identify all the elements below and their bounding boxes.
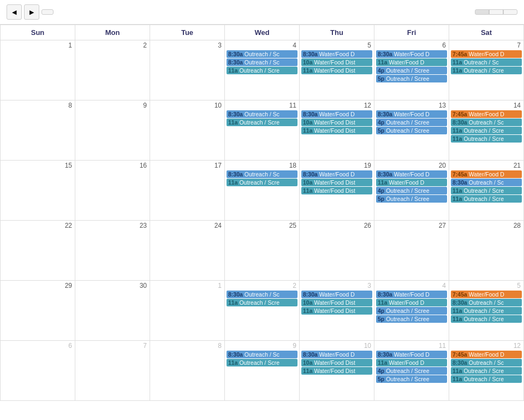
calendar-day-cell[interactable]: 28:30a Outreach / Sc11a Outreach / Scre — [225, 281, 300, 341]
calendar-day-cell[interactable]: 48:30a Water/Food D11a Water/Food D4p Ou… — [374, 281, 449, 341]
calendar-day-cell[interactable]: 118:30a Outreach / Sc11a Outreach / Scre — [225, 100, 300, 161]
today-button[interactable] — [41, 9, 53, 15]
calendar-event[interactable]: 8:30a Outreach / Sc — [451, 119, 522, 126]
calendar-day-cell[interactable]: 128:30a Water/Food D10a Water/Food Dist1… — [300, 100, 374, 161]
calendar-event[interactable]: 8:30a Water/Food D — [301, 351, 372, 358]
calendar-event[interactable]: 7:45a Water/Food D — [451, 351, 522, 358]
calendar-event[interactable]: 11a Outreach / Scre — [451, 315, 522, 323]
calendar-event[interactable]: 11a Water/Food Dist — [301, 67, 372, 74]
calendar-event[interactable]: 11a Outreach / Scre — [227, 67, 297, 74]
calendar-event[interactable]: 11a Outreach / Scre — [451, 67, 522, 74]
calendar-day-cell[interactable]: 29 — [1, 281, 75, 341]
view-week-button[interactable] — [489, 9, 503, 15]
calendar-event[interactable]: 8:30a Outreach / Sc — [451, 359, 522, 366]
calendar-event[interactable]: 10a Water/Food Dist — [301, 119, 372, 126]
calendar-event[interactable]: 5p Outreach / Scree — [376, 315, 447, 323]
calendar-day-cell[interactable]: 127:45a Water/Food D8:30a Outreach / Sc1… — [449, 341, 524, 401]
calendar-day-cell[interactable]: 22 — [1, 221, 75, 281]
calendar-event[interactable]: 10a Water/Food Dist — [301, 299, 372, 306]
calendar-event[interactable]: 11a Water/Food D — [376, 359, 447, 366]
calendar-event[interactable]: 11a Outreach / Sc — [451, 58, 522, 66]
calendar-day-cell[interactable]: 25 — [225, 221, 300, 281]
calendar-event[interactable]: 7:45a Water/Food D — [451, 291, 522, 298]
calendar-day-cell[interactable]: 217:45a Water/Food D8:30a Outreach / Sc1… — [449, 161, 524, 221]
calendar-event[interactable]: 11a Outreach / Scre — [451, 127, 522, 134]
calendar-day-cell[interactable]: 26 — [300, 221, 374, 281]
calendar-event[interactable]: 8:30a Outreach / Sc — [227, 50, 297, 58]
calendar-event[interactable]: 11a Water/Food Dist — [301, 127, 372, 134]
calendar-event[interactable]: 8:30a Outreach / Sc — [451, 179, 522, 186]
calendar-day-cell[interactable]: 28 — [449, 221, 524, 281]
calendar-event[interactable]: 5p Outreach / Scree — [376, 75, 447, 82]
view-month-button[interactable] — [475, 9, 489, 15]
calendar-event[interactable]: 10a Water/Food Dist — [301, 359, 372, 366]
calendar-day-cell[interactable]: 2 — [75, 40, 150, 100]
calendar-event[interactable]: 5p Outreach / Scree — [376, 195, 447, 203]
calendar-day-cell[interactable]: 98:30a Outreach / Sc11a Outreach / Scre — [225, 341, 300, 401]
calendar-day-cell[interactable]: 147:45a Water/Food D8:30a Outreach / Sc1… — [449, 100, 524, 161]
calendar-day-cell[interactable]: 23 — [75, 221, 150, 281]
calendar-day-cell[interactable]: 27 — [374, 221, 449, 281]
calendar-event[interactable]: 11a Outreach / Scre — [451, 195, 522, 203]
calendar-event[interactable]: 7:45a Water/Food D — [451, 170, 522, 178]
calendar-event[interactable]: 4p Outreach / Scree — [376, 187, 447, 194]
calendar-event[interactable]: 7:45a Water/Food D — [451, 50, 522, 58]
calendar-day-cell[interactable]: 77:45a Water/Food D11a Outreach / Sc11a … — [449, 40, 524, 100]
calendar-event[interactable]: 4p Outreach / Scree — [376, 67, 447, 74]
calendar-event[interactable]: 8:30a Water/Food D — [301, 50, 372, 58]
calendar-day-cell[interactable]: 16 — [75, 161, 150, 221]
calendar-event[interactable]: 8:30a Outreach / Sc — [227, 58, 297, 66]
calendar-event[interactable]: 11a Outreach / Scre — [451, 135, 522, 143]
calendar-event[interactable]: 11a Water/Food D — [376, 58, 447, 66]
calendar-day-cell[interactable]: 17 — [150, 161, 225, 221]
calendar-event[interactable]: 8:30a Outreach / Sc — [227, 170, 297, 178]
calendar-event[interactable]: 8:30a Water/Food D — [301, 170, 372, 178]
calendar-day-cell[interactable]: 57:45a Water/Food D8:30a Outreach / Sc11… — [449, 281, 524, 341]
calendar-day-cell[interactable]: 10 — [150, 100, 225, 161]
calendar-event[interactable]: 8:30a Water/Food D — [376, 110, 447, 118]
calendar-event[interactable]: 11a Outreach / Scre — [227, 179, 297, 186]
calendar-day-cell[interactable]: 6 — [1, 341, 75, 401]
calendar-event[interactable]: 11a Water/Food D — [376, 299, 447, 306]
calendar-day-cell[interactable]: 38:30a Water/Food D10a Water/Food Dist11… — [300, 281, 374, 341]
calendar-day-cell[interactable]: 138:30a Water/Food D4p Outreach / Scree5… — [374, 100, 449, 161]
calendar-event[interactable]: 11a Water/Food Dist — [301, 307, 372, 315]
prev-button[interactable]: ◀ — [7, 4, 22, 20]
calendar-event[interactable]: 8:30a Outreach / Sc — [227, 351, 297, 358]
view-day-button[interactable] — [503, 9, 517, 15]
calendar-event[interactable]: 7:45a Water/Food D — [451, 110, 522, 118]
calendar-day-cell[interactable]: 198:30a Water/Food D10a Water/Food Dist1… — [300, 161, 374, 221]
calendar-event[interactable]: 11a Outreach / Scre — [227, 299, 297, 306]
calendar-day-cell[interactable]: 9 — [75, 100, 150, 161]
calendar-day-cell[interactable]: 8 — [150, 341, 225, 401]
next-button[interactable]: ▶ — [24, 4, 39, 20]
calendar-event[interactable]: 8:30a Outreach / Sc — [227, 291, 297, 298]
calendar-event[interactable]: 5p Outreach / Scree — [376, 375, 447, 383]
calendar-event[interactable]: 8:30a Water/Food D — [376, 50, 447, 58]
calendar-day-cell[interactable]: 8 — [1, 100, 75, 161]
calendar-day-cell[interactable]: 1 — [1, 40, 75, 100]
calendar-event[interactable]: 8:30a Outreach / Sc — [227, 110, 297, 118]
calendar-event[interactable]: 11a Outreach / Scre — [451, 375, 522, 383]
calendar-day-cell[interactable]: 118:30a Water/Food D11a Water/Food D4p O… — [374, 341, 449, 401]
calendar-event[interactable]: 11a Outreach / Scre — [451, 307, 522, 315]
calendar-event[interactable]: 8:30a Water/Food D — [301, 110, 372, 118]
calendar-event[interactable]: 8:30a Water/Food D — [376, 351, 447, 358]
calendar-day-cell[interactable]: 68:30a Water/Food D11a Water/Food D4p Ou… — [374, 40, 449, 100]
calendar-day-cell[interactable]: 208:30a Water/Food D11a Water/Food D4p O… — [374, 161, 449, 221]
calendar-event[interactable]: 4p Outreach / Scree — [376, 367, 447, 375]
calendar-event[interactable]: 11a Outreach / Scre — [451, 367, 522, 375]
calendar-event[interactable]: 8:30a Water/Food D — [301, 291, 372, 298]
calendar-event[interactable]: 4p Outreach / Scree — [376, 307, 447, 315]
calendar-event[interactable]: 11a Water/Food D — [376, 179, 447, 186]
calendar-event[interactable]: 11a Outreach / Scre — [227, 119, 297, 126]
calendar-day-cell[interactable]: 7 — [75, 341, 150, 401]
calendar-day-cell[interactable]: 3 — [150, 40, 225, 100]
calendar-event[interactable]: 4p Outreach / Scree — [376, 119, 447, 126]
calendar-event[interactable]: 10a Water/Food Dist — [301, 58, 372, 66]
calendar-event[interactable]: 5p Outreach / Scree — [376, 127, 447, 134]
calendar-day-cell[interactable]: 1 — [150, 281, 225, 341]
calendar-day-cell[interactable]: 48:30a Outreach / Sc8:30a Outreach / Sc1… — [225, 40, 300, 100]
calendar-event[interactable]: 8:30a Water/Food D — [376, 291, 447, 298]
calendar-day-cell[interactable]: 58:30a Water/Food D10a Water/Food Dist11… — [300, 40, 374, 100]
